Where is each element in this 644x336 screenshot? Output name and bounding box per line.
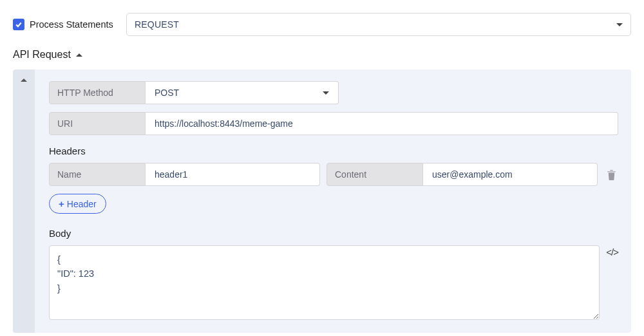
body-textarea[interactable] — [49, 245, 600, 320]
section-title: API Request — [13, 49, 71, 61]
http-method-label: HTTP Method — [49, 81, 146, 104]
process-statements-label: Process Statements — [30, 19, 113, 30]
header-row: Name Content — [49, 163, 618, 186]
header-content-input[interactable] — [423, 163, 598, 186]
headers-heading: Headers — [49, 145, 618, 156]
header-content-label: Content — [327, 163, 423, 186]
header-name-input[interactable] — [146, 163, 320, 186]
code-view-toggle[interactable]: </> — [606, 245, 618, 257]
body-heading: Body — [49, 228, 618, 239]
panel-collapse-toggle[interactable] — [13, 70, 35, 333]
uri-input[interactable] — [146, 112, 618, 135]
chevron-up-icon — [21, 79, 27, 82]
delete-header-button[interactable] — [604, 163, 618, 186]
statement-type-value: REQUEST — [135, 19, 179, 30]
plus-icon: + — [59, 198, 64, 209]
uri-label: URI — [49, 112, 146, 135]
trash-icon — [607, 169, 616, 180]
add-header-label: Header — [67, 199, 97, 209]
checkmark-icon — [15, 21, 23, 28]
chevron-down-icon — [616, 23, 623, 26]
chevron-up-icon — [76, 53, 82, 57]
http-method-select[interactable]: POST — [146, 81, 339, 104]
header-name-label: Name — [49, 163, 146, 186]
panel-body: HTTP Method POST URI Headers Name Conten… — [35, 70, 631, 333]
http-method-value: POST — [155, 88, 179, 98]
process-statements-checkbox[interactable] — [13, 19, 24, 30]
chevron-down-icon — [323, 91, 329, 95]
add-header-button[interactable]: + Header — [49, 194, 106, 214]
statement-type-select[interactable]: REQUEST — [126, 13, 631, 36]
api-request-section-header[interactable]: API Request — [13, 49, 631, 61]
